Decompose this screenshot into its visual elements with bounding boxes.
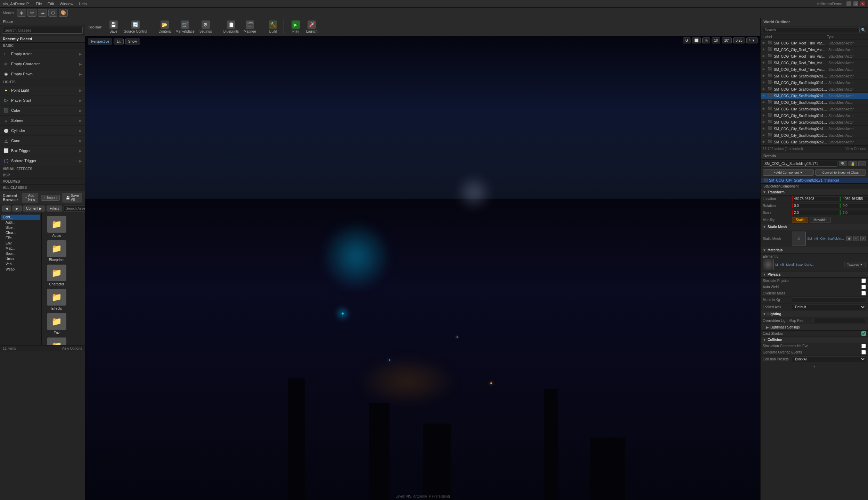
- viewport[interactable]: Perspective Lit Show G ⬜ ◎ 10 10° 0.25 4…: [85, 36, 760, 500]
- details-lock-btn[interactable]: 🔒: [849, 161, 857, 166]
- outliner-item-vis-5[interactable]: 👁: [762, 74, 767, 78]
- mesh-browse-btn[interactable]: ◉: [846, 236, 852, 241]
- rotation-x-input[interactable]: [792, 203, 840, 208]
- outliner-view-options[interactable]: View Options: [845, 147, 866, 151]
- outliner-item-vis-8[interactable]: 👁: [762, 94, 767, 98]
- tree-item-maps[interactable]: Map...: [1, 246, 40, 251]
- details-actor-name-input[interactable]: [763, 161, 837, 167]
- folder-maps[interactable]: 📁 Maps: [44, 338, 69, 345]
- cb-nav-forward[interactable]: ▶: [13, 206, 22, 211]
- outliner-item-vis-10[interactable]: 👁: [762, 107, 767, 111]
- outliner-item-vis-0[interactable]: 👁: [762, 41, 767, 45]
- mat-textures-dropdown[interactable]: Textures ▼: [844, 262, 866, 267]
- outliner-item-7[interactable]: 👁 ⬛ SM_COG_City_Scaffolding02b170 Static…: [761, 86, 868, 93]
- add-component-button[interactable]: + Add Component ▼: [763, 169, 814, 176]
- outliner-item-vis-14[interactable]: 👁: [762, 134, 767, 137]
- outliner-item-vis-4[interactable]: 👁: [762, 68, 767, 71]
- det-instance[interactable]: ⬛ SM_COG_City_Scaffolding02b171 (Instanc…: [761, 177, 868, 184]
- folder-audio[interactable]: 📁 Audio: [44, 216, 69, 238]
- place-item-sphere-trigger[interactable]: ◯ Sphere Trigger ▶: [0, 156, 85, 166]
- close-button[interactable]: ✕: [860, 1, 865, 6]
- collision-section-header[interactable]: ▼ Collision: [761, 337, 868, 343]
- build-button[interactable]: 🔨 Build: [265, 19, 281, 34]
- rotation-y-input[interactable]: [841, 203, 868, 208]
- folder-character[interactable]: 📁 Character: [44, 265, 69, 286]
- viewport-show-btn[interactable]: Show: [125, 39, 140, 44]
- outliner-item-14[interactable]: 👁 ⬛ SM_COG_City_Scaffolding02b200 Static…: [761, 132, 868, 139]
- mesh-open-btn[interactable]: ↗: [860, 236, 866, 241]
- cb-filters-button[interactable]: Filters: [47, 206, 62, 211]
- outliner-search-input[interactable]: [763, 27, 860, 33]
- details-search-btn[interactable]: 🔍: [839, 161, 847, 166]
- outliner-item-1[interactable]: 👁 ⬛ SM_COG_City_Roof_Trim_VarB_Middle420…: [761, 47, 868, 53]
- vp-ctrl-rot[interactable]: 10°: [722, 38, 732, 43]
- tree-item-sounds[interactable]: Sour...: [1, 251, 40, 256]
- location-x-input[interactable]: [792, 196, 840, 201]
- mode-select-button[interactable]: ◈: [17, 9, 26, 17]
- place-item-cylinder[interactable]: ⬤ Cylinder ▶: [0, 126, 85, 136]
- source-control-button[interactable]: 🔄 Source Control: [122, 19, 149, 34]
- cb-nav-back[interactable]: ◀: [2, 206, 11, 211]
- auto-weld-checkbox[interactable]: [861, 285, 866, 289]
- outliner-item-13[interactable]: 👁 ⬛ SM_COG_City_Scaffolding02b199 Static…: [761, 126, 868, 132]
- add-new-button[interactable]: + Add New: [22, 193, 38, 202]
- blueprints-button[interactable]: 📋 Blueprints: [221, 19, 241, 34]
- place-item-point-light[interactable]: ● Point Light ▶: [0, 85, 85, 95]
- play-button[interactable]: ▶ Play: [288, 19, 303, 34]
- place-item-empty-actor[interactable]: □ Empty Actor ▶: [0, 49, 85, 59]
- outliner-item-vis-6[interactable]: 👁: [762, 81, 767, 84]
- outliner-item-vis-1[interactable]: 👁: [762, 48, 767, 51]
- outliner-item-vis-15[interactable]: 👁: [762, 140, 767, 144]
- outliner-item-2[interactable]: 👁 ⬛ SM_COG_City_Roof_Trim_VarB_Middle457…: [761, 53, 868, 60]
- vp-ctrl-3[interactable]: ◎: [702, 38, 710, 43]
- folder-blueprints[interactable]: 📁 Blueprints: [44, 240, 69, 262]
- outliner-item-vis-13[interactable]: 👁: [762, 127, 767, 131]
- outliner-item-10[interactable]: 👁 ⬛ SM_COG_City_Scaffolding02b173 Static…: [761, 106, 868, 112]
- locked-axis-dropdown[interactable]: Default: [792, 304, 866, 310]
- sim-generates-hit-checkbox[interactable]: [861, 344, 866, 348]
- location-y-input[interactable]: [841, 196, 868, 201]
- outliner-item-11[interactable]: 👁 ⬛ SM_COG_City_Scaffolding02b197 Static…: [761, 112, 868, 119]
- outliner-item-5[interactable]: 👁 ⬛ SM_COG_City_Scaffolding02b168 Static…: [761, 73, 868, 80]
- place-item-player-start[interactable]: ▷ Player Start ▶: [0, 95, 85, 106]
- folder-effects[interactable]: 📁 Effects: [44, 289, 69, 310]
- outliner-item-4[interactable]: 👁 ⬛ SM_COG_City_Roof_Trim_VarB_Middle459…: [761, 66, 868, 73]
- outliner-item-12[interactable]: 👁 ⬛ SM_COG_City_Scaffolding02b198 Static…: [761, 119, 868, 126]
- outliner-item-vis-3[interactable]: 👁: [762, 61, 767, 65]
- materials-section-header[interactable]: ▼ Materials: [761, 247, 868, 253]
- simulate-physics-checkbox[interactable]: [861, 278, 866, 283]
- mobility-movable-button[interactable]: Movable: [810, 217, 830, 223]
- vp-ctrl-1[interactable]: G: [683, 38, 690, 43]
- vp-ctrl-grid[interactable]: 10: [712, 38, 720, 43]
- tree-item-character[interactable]: Char...: [1, 230, 40, 235]
- light-map-input[interactable]: [813, 318, 866, 323]
- scale-y-input[interactable]: [841, 210, 868, 215]
- marketplace-button[interactable]: 🛒 Marketplace: [173, 19, 196, 34]
- menu-help[interactable]: Help: [79, 2, 87, 6]
- physics-section-header[interactable]: ▼ Physics: [761, 272, 868, 278]
- tree-item-blueprints[interactable]: Blue...: [1, 225, 40, 230]
- transform-section-header[interactable]: ▼ Transform: [761, 189, 868, 195]
- tree-item-vehicles[interactable]: Vehi...: [1, 261, 40, 267]
- outliner-item-9[interactable]: 👁 ⬛ SM_COG_City_Scaffolding02b172 Static…: [761, 99, 868, 106]
- search-classes-input[interactable]: [2, 27, 83, 34]
- mobility-static-button[interactable]: Static: [792, 217, 808, 223]
- lighting-section-header[interactable]: ▼ Lighting: [761, 311, 868, 317]
- cast-shadow-checkbox[interactable]: [861, 331, 866, 336]
- tree-item-content[interactable]: Cont...: [1, 215, 40, 220]
- override-mass-checkbox[interactable]: [861, 291, 866, 295]
- save-button[interactable]: 💾 Save: [106, 19, 121, 34]
- mass-kg-input[interactable]: [792, 297, 866, 302]
- import-button[interactable]: ↑ Import: [41, 195, 60, 201]
- matinee-button[interactable]: 🎬 Matinee: [241, 19, 258, 34]
- outliner-item-vis-12[interactable]: 👁: [762, 120, 767, 124]
- launch-button[interactable]: 🚀 Launch: [304, 19, 320, 34]
- outliner-item-0[interactable]: 👁 ⬛ SM_COG_City_Roof_Trim_VarB_Middle419…: [761, 40, 868, 47]
- place-item-empty-character[interactable]: ☺ Empty Character ▶: [0, 59, 85, 69]
- outliner-item-vis-11[interactable]: 👁: [762, 114, 767, 117]
- outliner-item-vis-9[interactable]: 👁: [762, 101, 767, 104]
- vp-ctrl-cam-speed[interactable]: 4 ▼: [746, 38, 758, 43]
- place-item-sphere[interactable]: ○ Sphere ▶: [0, 116, 85, 126]
- static-mesh-section-header[interactable]: ▼ Static Mesh: [761, 224, 868, 230]
- folder-env[interactable]: 📁 Env: [44, 313, 69, 335]
